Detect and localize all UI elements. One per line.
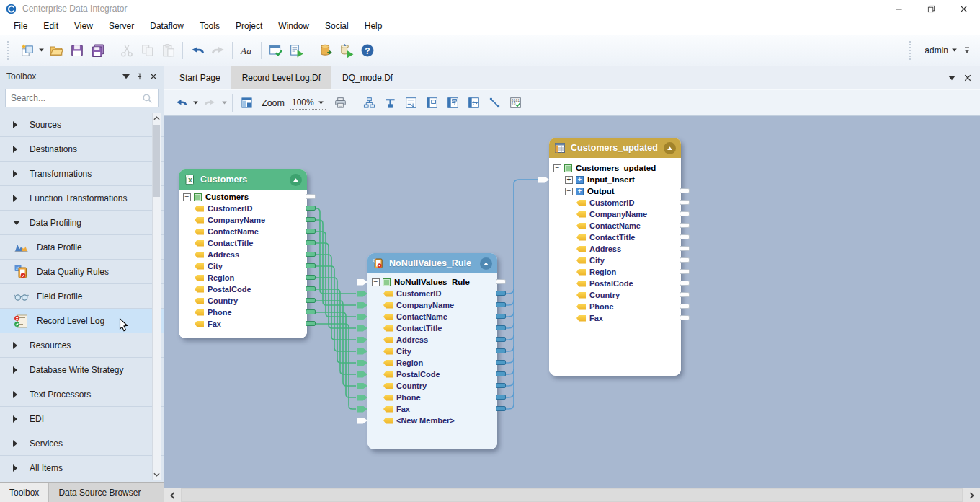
connection[interactable] <box>506 381 514 386</box>
toolbox-item-data-quality-rules[interactable]: IfData Quality Rules <box>0 260 164 284</box>
connection[interactable] <box>316 243 356 328</box>
output-port[interactable] <box>496 325 506 330</box>
tree-row[interactable]: Country <box>549 289 681 301</box>
toolbox-category-data-profiling[interactable]: Data Profiling <box>0 211 164 235</box>
connection[interactable] <box>316 324 356 409</box>
db-run-button[interactable] <box>336 40 357 61</box>
connection[interactable] <box>316 255 356 340</box>
connection[interactable] <box>316 232 356 317</box>
collapse-expander-icon[interactable]: − <box>565 188 573 195</box>
scroll-right-button[interactable] <box>963 488 980 502</box>
output-port[interactable] <box>680 188 690 193</box>
undo-button[interactable] <box>171 92 192 113</box>
output-port[interactable] <box>680 200 690 205</box>
tree-row[interactable]: ContactName <box>179 226 307 237</box>
collapse-node-button[interactable] <box>480 257 492 270</box>
toolbox-item-record-level-log[interactable]: Record Level Log <box>0 309 164 333</box>
search-input[interactable] <box>11 93 142 103</box>
output-port[interactable] <box>496 406 506 411</box>
tree-row[interactable]: −NoNullValues_Rule <box>368 276 497 288</box>
node-header[interactable]: If NoNullValues_Rule <box>368 253 497 273</box>
font-button[interactable]: Aa <box>236 40 257 61</box>
panel-tab-toolbox[interactable]: Toolbox <box>0 483 49 502</box>
toolbox-category-edi[interactable]: EDI <box>0 407 164 431</box>
redo-button[interactable] <box>200 92 220 113</box>
toolbox-category-resources[interactable]: Resources <box>0 333 164 358</box>
toolbox-category-destinations[interactable]: Destinations <box>0 137 164 162</box>
window-check-button[interactable] <box>265 40 286 61</box>
collapse-expander-icon[interactable]: − <box>553 164 561 172</box>
output-port[interactable] <box>496 348 506 353</box>
toolbox-item-field-profile[interactable]: Field Profile <box>0 284 164 309</box>
output-port[interactable] <box>680 281 690 286</box>
connection[interactable] <box>506 358 514 363</box>
menu-dataflow[interactable]: Dataflow <box>142 19 192 33</box>
menu-project[interactable]: Project <box>228 19 270 33</box>
menu-window[interactable]: Window <box>270 19 317 33</box>
panel-dblarrow-button[interactable] <box>463 92 484 113</box>
connection[interactable] <box>506 392 514 397</box>
open-button[interactable] <box>45 40 66 61</box>
connection[interactable] <box>506 323 514 328</box>
redo-dropdown[interactable] <box>220 95 228 111</box>
binary-preview-button[interactable]: 010110 <box>505 92 526 113</box>
output-port[interactable] <box>680 315 690 320</box>
tree-row[interactable]: Address <box>179 249 307 260</box>
copy-button[interactable] <box>137 40 158 61</box>
output-port[interactable] <box>306 298 316 303</box>
toolbox-category-services[interactable]: Services <box>0 431 164 456</box>
document-tab-record-level-log-df[interactable]: Record Level Log.Df <box>231 66 331 89</box>
document-tab-start-page[interactable]: Start Page <box>169 66 231 89</box>
tree-row[interactable]: CustomerID <box>179 203 307 214</box>
tree-row[interactable]: Country <box>179 295 307 307</box>
tree-row[interactable]: Region <box>549 266 681 278</box>
tree-row[interactable]: Phone <box>368 392 497 403</box>
line-tool-button[interactable] <box>484 92 505 113</box>
tree-row[interactable]: CompanyName <box>368 299 497 311</box>
tree-row[interactable]: CustomerID <box>368 288 497 299</box>
document-tab-dq-mode-df[interactable]: DQ_mode.Df <box>331 66 404 89</box>
list-expand-button[interactable] <box>401 92 422 113</box>
scrollbar-thumb[interactable] <box>153 125 160 197</box>
user-menu[interactable]: admin <box>925 45 957 56</box>
output-port[interactable] <box>306 206 316 211</box>
output-port[interactable] <box>496 337 506 342</box>
cut-button[interactable] <box>116 40 137 61</box>
undo-button[interactable] <box>187 40 208 61</box>
output-port[interactable] <box>680 234 690 239</box>
tree-row[interactable]: ++Input_Insert <box>549 174 681 185</box>
toolbox-category-database-write-strategy[interactable]: Database Write Strategy <box>0 358 164 382</box>
output-port[interactable] <box>306 275 316 280</box>
output-port[interactable] <box>680 269 690 274</box>
connection[interactable] <box>316 289 356 374</box>
output-port[interactable] <box>496 371 506 376</box>
tree-row[interactable]: CompanyName <box>179 214 307 226</box>
output-port[interactable] <box>306 309 316 314</box>
toolbox-category-text-processors[interactable]: Text Processors <box>0 382 164 407</box>
output-port[interactable] <box>306 194 316 199</box>
scroll-down-button[interactable] <box>153 470 161 480</box>
dataflow-canvas[interactable]: X Customers −CustomersCustomerIDCompanyN… <box>164 116 980 488</box>
panel-menu-icon[interactable] <box>122 73 130 80</box>
scrollbar-thumb[interactable] <box>182 489 962 501</box>
output-port[interactable] <box>680 257 690 263</box>
window-run-button[interactable] <box>286 40 307 61</box>
tree-row[interactable]: Address <box>549 243 681 255</box>
output-port[interactable] <box>306 252 316 257</box>
tree-row[interactable]: Phone <box>179 307 307 318</box>
tree-row[interactable]: Fax <box>368 403 497 415</box>
minimize-button[interactable] <box>883 0 915 17</box>
scrollbar-track[interactable] <box>181 488 963 502</box>
tree-row[interactable]: ContactTitle <box>368 322 497 334</box>
tree-row[interactable]: Fax <box>549 312 681 324</box>
tree-row[interactable]: Address <box>368 334 497 345</box>
output-port[interactable] <box>306 321 316 326</box>
tree-row[interactable]: PostalCode <box>549 278 681 289</box>
output-port[interactable] <box>306 229 316 234</box>
output-port[interactable] <box>306 286 316 291</box>
menu-server[interactable]: Server <box>101 19 142 33</box>
expand-expander-icon[interactable]: + <box>565 176 573 184</box>
tree-row[interactable]: −+Output <box>549 185 681 197</box>
toolbox-category-all-items[interactable]: All Items <box>0 456 164 480</box>
output-port[interactable] <box>680 304 690 309</box>
